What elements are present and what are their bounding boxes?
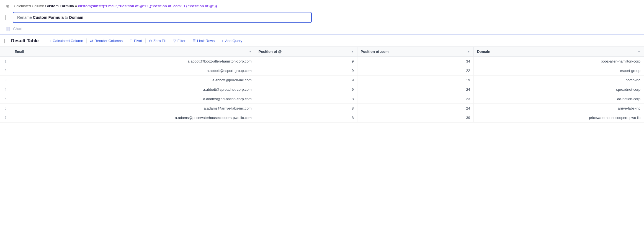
cell-email: a.abbott@esport-group.com bbox=[11, 66, 255, 76]
cell-position-at: 9 bbox=[255, 66, 357, 76]
add-query-icon: + bbox=[221, 39, 224, 43]
cell-domain: booz-allen-hamilton-corp bbox=[473, 57, 644, 66]
formula-expression: custom(substr("Email","Position of @"+1,… bbox=[78, 4, 217, 8]
rename-label-prefix: Rename bbox=[17, 15, 33, 20]
col-header-position-com[interactable]: Position of .com ▼ bbox=[357, 47, 473, 57]
cell-domain: ad-nation-corp bbox=[473, 94, 644, 104]
toolbar-divider-4 bbox=[170, 38, 170, 43]
table-row: 5a.adams@ad-nation-corp.com823ad-nation-… bbox=[0, 94, 644, 104]
rename-row: ⎸ Rename Custom Formula to Domain bbox=[4, 12, 640, 23]
data-table: Email ▼ Position of @ ▼ Position of .com bbox=[0, 47, 644, 123]
formula-prefix: Calculated Column bbox=[14, 4, 45, 8]
zero-fill-icon: ⊘ bbox=[149, 39, 152, 43]
cell-position-at: 8 bbox=[255, 94, 357, 104]
cell-email: a.adams@arrive-labs-inc.com bbox=[11, 104, 255, 113]
rename-to-label: to bbox=[64, 15, 69, 20]
col-header-position-at[interactable]: Position of @ ▼ bbox=[255, 47, 357, 57]
cell-domain: arrive-labs-inc bbox=[473, 104, 644, 113]
zero-fill-button[interactable]: ⊘ Zero Fill bbox=[146, 37, 169, 44]
col-position-at-label: Position of @ bbox=[259, 50, 282, 54]
add-query-button[interactable]: + Add Query bbox=[219, 37, 245, 44]
zero-fill-label: Zero Fill bbox=[153, 39, 166, 43]
table-row: 2a.abbott@esport-group.com922esport-grou… bbox=[0, 66, 644, 76]
calculated-column-button[interactable]: □+ Calculated Column bbox=[44, 37, 86, 44]
limit-rows-icon: ☰ bbox=[192, 39, 196, 43]
pivot-label: Pivot bbox=[134, 39, 142, 43]
cell-domain: esport-group bbox=[473, 66, 644, 76]
cursor-icon: ⎸ bbox=[4, 15, 10, 20]
col-header-domain[interactable]: Domain ▼ bbox=[473, 47, 644, 57]
table-body: 1a.abbott@booz-allen-hamilton-corp.com93… bbox=[0, 57, 644, 123]
limit-rows-button[interactable]: ☰ Limit Rows bbox=[190, 37, 218, 44]
table-row: 3a.abbott@porch-inc.com919porch-inc bbox=[0, 76, 644, 85]
cell-position-com: 34 bbox=[357, 57, 473, 66]
filter-icon: ▽ bbox=[173, 39, 176, 43]
limit-rows-label: Limit Rows bbox=[197, 39, 215, 43]
cell-domain: pricewaterhousecoopers-pwc-llc bbox=[473, 113, 644, 123]
result-table: Email ▼ Position of @ ▼ Position of .com bbox=[0, 47, 644, 233]
col-header-rownum bbox=[0, 47, 11, 57]
col-header-email[interactable]: Email ▼ bbox=[11, 47, 255, 57]
formula-equals: = bbox=[74, 4, 78, 8]
chart-label: Chart bbox=[13, 27, 22, 31]
col-position-com-label: Position of .com bbox=[361, 50, 389, 54]
cell-position-com: 24 bbox=[357, 85, 473, 94]
formula-row: ⊞ Calculated Column Custom Formula = cus… bbox=[4, 3, 640, 9]
reorder-icon: ⇄ bbox=[90, 39, 93, 43]
table-header-row: Email ▼ Position of @ ▼ Position of .com bbox=[0, 47, 644, 57]
cell-rownum: 2 bbox=[0, 66, 11, 76]
cell-email: a.abbott@booz-allen-hamilton-corp.com bbox=[11, 57, 255, 66]
col-email-label: Email bbox=[15, 50, 24, 54]
calculated-column-btn-icon: □+ bbox=[47, 39, 51, 43]
reorder-columns-button[interactable]: ⇄ Reorder Columns bbox=[87, 37, 125, 44]
chart-row: ▩ Chart bbox=[4, 26, 640, 35]
position-at-dropdown-icon[interactable]: ▼ bbox=[351, 50, 354, 53]
cell-position-com: 23 bbox=[357, 94, 473, 104]
pivot-button[interactable]: ⊡ Pivot bbox=[127, 37, 145, 44]
cell-domain: porch-inc bbox=[473, 76, 644, 85]
cell-rownum: 5 bbox=[0, 94, 11, 104]
table-row: 1a.abbott@booz-allen-hamilton-corp.com93… bbox=[0, 57, 644, 66]
cell-position-at: 8 bbox=[255, 104, 357, 113]
toolbar-divider-2 bbox=[126, 38, 126, 43]
cell-rownum: 3 bbox=[0, 76, 11, 85]
rename-to-value: Domain bbox=[69, 15, 83, 20]
cell-position-at: 8 bbox=[255, 113, 357, 123]
cell-rownum: 7 bbox=[0, 113, 11, 123]
rename-input[interactable]: Rename Custom Formula to Domain bbox=[13, 12, 312, 23]
cell-domain: spreadnet-corp bbox=[473, 85, 644, 94]
formula-keyword-bold: Custom Formula bbox=[45, 4, 74, 8]
add-query-label: Add Query bbox=[225, 39, 242, 43]
cell-position-at: 9 bbox=[255, 57, 357, 66]
cell-position-com: 39 bbox=[357, 113, 473, 123]
toolbar-divider-6 bbox=[218, 38, 218, 43]
cell-position-at: 9 bbox=[255, 85, 357, 94]
email-dropdown-icon[interactable]: ▼ bbox=[249, 50, 252, 53]
position-com-dropdown-icon[interactable]: ▼ bbox=[467, 50, 470, 53]
cell-position-com: 24 bbox=[357, 104, 473, 113]
cell-email: a.abbott@spreadnet-corp.com bbox=[11, 85, 255, 94]
cell-position-com: 22 bbox=[357, 66, 473, 76]
domain-dropdown-icon[interactable]: ▼ bbox=[638, 50, 640, 53]
toolbar-divider-1 bbox=[86, 38, 87, 43]
toolbar-title-wrap: ⎸ Result Table bbox=[4, 38, 39, 44]
result-table-title: Result Table bbox=[11, 38, 39, 44]
filter-button[interactable]: ▽ Filter bbox=[171, 37, 188, 44]
chart-icon: ▩ bbox=[6, 26, 10, 32]
cell-position-com: 19 bbox=[357, 76, 473, 85]
table-row: 4a.abbott@spreadnet-corp.com924spreadnet… bbox=[0, 85, 644, 94]
formula-text: Calculated Column Custom Formula = custo… bbox=[14, 3, 217, 9]
calculated-column-icon: ⊞ bbox=[6, 4, 11, 9]
result-table-toolbar: ⎸ Result Table □+ Calculated Column ⇄ Re… bbox=[0, 35, 644, 47]
pivot-icon: ⊡ bbox=[130, 39, 133, 43]
toolbar-divider-3 bbox=[145, 38, 146, 43]
cell-rownum: 6 bbox=[0, 104, 11, 113]
table-row: 6a.adams@arrive-labs-inc.com824arrive-la… bbox=[0, 104, 644, 113]
cell-email: a.adams@ad-nation-corp.com bbox=[11, 94, 255, 104]
col-domain-label: Domain bbox=[477, 50, 490, 54]
calculated-column-btn-label: Calculated Column bbox=[53, 39, 83, 43]
toolbar-cursor-icon: ⎸ bbox=[4, 38, 8, 43]
cell-rownum: 1 bbox=[0, 57, 11, 66]
toolbar-divider-5 bbox=[189, 38, 189, 43]
cell-rownum: 4 bbox=[0, 85, 11, 94]
